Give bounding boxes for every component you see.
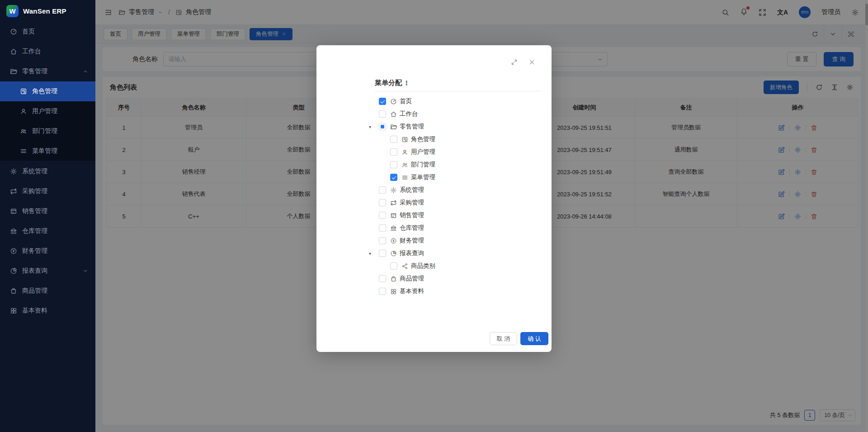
tree-node-label: 系统管理 — [400, 186, 424, 194]
sidebar-item-label: 零售管理 — [22, 67, 47, 76]
user-icon — [401, 149, 408, 156]
checkbox-report[interactable] — [379, 250, 386, 257]
repeat-icon — [390, 199, 397, 206]
tree-node-workbench[interactable]: 工作台 — [369, 108, 552, 120]
dashboard-icon — [10, 28, 17, 35]
checkbox-menu[interactable] — [390, 174, 397, 181]
sidebar-item-product[interactable]: 商品管理 — [0, 281, 95, 301]
cancel-button[interactable]: 取 消 — [490, 332, 518, 345]
sidebar-item-role[interactable]: 角色管理 — [0, 81, 95, 101]
tree-node-system[interactable]: 系统管理 — [369, 184, 552, 196]
checkbox-product[interactable] — [379, 275, 386, 282]
tree-node-finance[interactable]: 财务管理 — [369, 234, 552, 247]
bag-icon — [390, 275, 397, 282]
menu-tree: 首页工作台▾零售管理角色管理用户管理部门管理菜单管理系统管理采购管理销售管理仓库… — [316, 95, 552, 298]
tree-node-label: 零售管理 — [400, 123, 424, 131]
checkbox-system[interactable] — [379, 186, 386, 194]
tree-node-label: 首页 — [400, 97, 412, 105]
tree-node-home[interactable]: 首页 — [369, 95, 552, 108]
checkbox-workbench[interactable] — [379, 110, 386, 118]
folder-icon — [10, 68, 17, 75]
sidebar-item-basic[interactable]: 基本资料 — [0, 301, 95, 321]
logo-icon: W — [6, 5, 19, 17]
sidebar-item-label: 基本资料 — [22, 307, 47, 315]
tree-node-purchase[interactable]: 采购管理 — [369, 196, 552, 209]
sidebar-item-label: 部门管理 — [32, 127, 57, 135]
tree-node-warehouse[interactable]: 仓库管理 — [369, 222, 552, 234]
checkbox-retail[interactable] — [379, 123, 386, 130]
tree-node-basic[interactable]: 基本资料 — [369, 285, 552, 298]
tree-node-label: 仓库管理 — [400, 224, 424, 232]
home-icon — [10, 48, 17, 55]
home-icon — [390, 111, 397, 118]
menu-assign-dialog: 菜单分配 ⋮ 首页工作台▾零售管理角色管理用户管理部门管理菜单管理系统管理采购管… — [316, 45, 552, 352]
checkbox-warehouse[interactable] — [379, 224, 386, 232]
share-icon — [401, 263, 408, 270]
sidebar-item-label: 菜单管理 — [32, 147, 57, 155]
dialog-expand-icon[interactable] — [511, 59, 518, 66]
dialog-close-icon[interactable] — [528, 59, 535, 66]
checkbox-dept[interactable] — [390, 161, 397, 168]
tree-node-label: 财务管理 — [400, 237, 424, 245]
tree-node-label: 用户管理 — [411, 148, 435, 156]
checkbox-purchase[interactable] — [379, 199, 386, 206]
menu-icon — [20, 147, 27, 155]
sidebar-item-report[interactable]: 报表查询 — [0, 261, 95, 281]
dashboard-icon — [390, 98, 397, 105]
caret-down-icon[interactable]: ▾ — [369, 251, 379, 256]
checkbox-home[interactable] — [379, 98, 386, 105]
sidebar-item-label: 财务管理 — [22, 247, 47, 255]
tree-node-label: 销售管理 — [400, 211, 424, 219]
sidebar-item-workbench[interactable]: 工作台 — [0, 42, 95, 62]
tree-node-product-category[interactable]: 商品类别 — [380, 260, 552, 272]
dialog-title-mark: ⋮ — [404, 80, 410, 86]
app-logo[interactable]: W WanSen ERP — [0, 0, 95, 22]
sidebar-item-label: 用户管理 — [32, 107, 57, 115]
sidebar-item-warehouse[interactable]: 仓库管理 — [0, 221, 95, 241]
tree-node-product[interactable]: 商品管理 — [369, 272, 552, 285]
tree-node-label: 报表查询 — [400, 249, 424, 257]
dialog-title: 菜单分配 — [375, 79, 402, 87]
shop-icon — [390, 212, 397, 219]
checkbox-product-category[interactable] — [390, 262, 397, 270]
sidebar-item-finance[interactable]: 财务管理 — [0, 241, 95, 261]
sidebar: W WanSen ERP 首页工作台零售管理角色管理用户管理部门管理菜单管理系统… — [0, 0, 95, 432]
finance-icon — [10, 247, 17, 255]
team-icon — [401, 161, 408, 168]
app-root: W WanSen ERP 首页工作台零售管理角色管理用户管理部门管理菜单管理系统… — [0, 0, 868, 432]
sidebar-item-retail[interactable]: 零售管理 — [0, 62, 95, 81]
sidebar-item-purchase[interactable]: 采购管理 — [0, 181, 95, 201]
tree-node-dept[interactable]: 部门管理 — [380, 158, 552, 171]
shop-icon — [10, 208, 17, 215]
tree-node-report[interactable]: ▾报表查询 — [369, 247, 552, 260]
bank-icon — [10, 228, 17, 235]
tree-node-sales[interactable]: 销售管理 — [369, 209, 552, 222]
sidebar-item-system[interactable]: 系统管理 — [0, 161, 95, 181]
tree-node-menu[interactable]: 菜单管理 — [380, 171, 552, 184]
checkbox-basic[interactable] — [379, 288, 386, 295]
confirm-button[interactable]: 确 认 — [520, 332, 548, 345]
checkbox-sales[interactable] — [379, 212, 386, 219]
role-icon — [20, 88, 27, 95]
bank-icon — [390, 225, 397, 232]
dialog-title-row: 菜单分配 ⋮ — [316, 77, 552, 89]
sidebar-item-menu[interactable]: 菜单管理 — [0, 141, 95, 161]
sidebar-item-dept[interactable]: 部门管理 — [0, 121, 95, 141]
checkbox-role[interactable] — [390, 136, 397, 143]
tree-node-label: 部门管理 — [411, 161, 435, 169]
tree-node-label: 角色管理 — [411, 135, 435, 143]
app-title: WanSen ERP — [23, 7, 66, 15]
tree-node-role[interactable]: 角色管理 — [380, 133, 552, 146]
sidebar-item-home[interactable]: 首页 — [0, 22, 95, 42]
sidebar-item-label: 报表查询 — [22, 267, 47, 275]
tree-node-label: 商品类别 — [411, 262, 435, 270]
sidebar-item-label: 仓库管理 — [22, 227, 47, 235]
tree-node-user[interactable]: 用户管理 — [380, 146, 552, 158]
checkbox-user[interactable] — [390, 148, 397, 156]
sidebar-submenu-retail: 角色管理用户管理部门管理菜单管理 — [0, 81, 95, 161]
tree-node-retail[interactable]: ▾零售管理 — [369, 120, 552, 133]
sidebar-item-sales[interactable]: 销售管理 — [0, 201, 95, 221]
caret-down-icon[interactable]: ▾ — [369, 124, 379, 129]
checkbox-finance[interactable] — [379, 237, 386, 244]
sidebar-item-user[interactable]: 用户管理 — [0, 101, 95, 121]
